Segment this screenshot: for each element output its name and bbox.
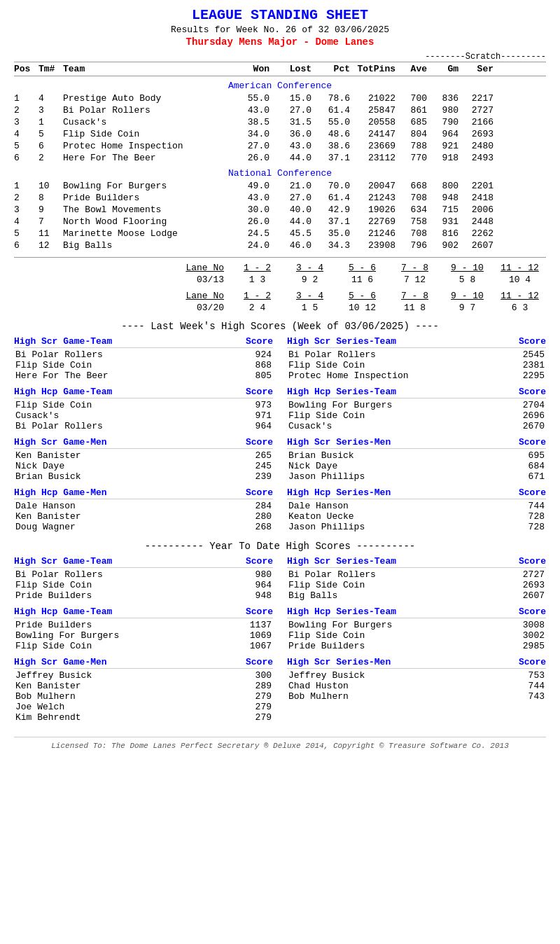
score-name: Flip Side Coin <box>288 410 510 421</box>
score-entry: Doug Wagner 268 <box>14 522 273 532</box>
score-value: 671 <box>510 471 545 482</box>
cell-ser: 2418 <box>458 193 493 203</box>
score-value: 3008 <box>510 620 545 630</box>
cell-ave: 708 <box>396 228 427 239</box>
cell-lost: 44.0 <box>270 153 312 163</box>
score-entry: Ken Banister 265 <box>14 450 273 461</box>
last-week-left: High Scr Game-Team Score Bi Polar Roller… <box>14 336 273 532</box>
lane-range-header: 9 - 10 <box>441 290 493 302</box>
score-name: Chad Huston <box>288 681 510 691</box>
cell-pct: 37.1 <box>312 216 350 227</box>
lane-header-row: Lane No1 - 23 - 45 - 67 - 89 - 1011 - 12 <box>14 262 546 274</box>
lane-table: Lane No1 - 23 - 45 - 67 - 89 - 1011 - 12… <box>14 262 546 286</box>
score-entry: Flip Side Coin 2696 <box>287 410 546 421</box>
score-name: Bowling For Burgers <box>288 400 510 410</box>
score-name: Bowling For Burgers <box>288 620 510 630</box>
cell-won: 27.0 <box>224 141 270 151</box>
lane-value: 10 4 <box>493 274 546 286</box>
cell-won: 43.0 <box>224 105 270 116</box>
cell-pos: 4 <box>14 129 38 139</box>
score-name: Jason Phillips <box>288 471 510 482</box>
score-value: 868 <box>237 360 272 370</box>
cell-won: 43.0 <box>224 193 270 203</box>
score-entry: Bi Polar Rollers 2545 <box>287 349 546 360</box>
lane-range-header: 7 - 8 <box>388 262 441 274</box>
cell-pct: 38.6 <box>312 141 350 151</box>
cell-won: 55.0 <box>224 93 270 104</box>
score-category-title: High Hcp Series-Team Score <box>287 387 546 398</box>
score-name: Brian Busick <box>15 471 237 482</box>
cell-ser: 2727 <box>458 105 493 116</box>
cell-lost: 46.0 <box>270 240 312 251</box>
cell-totpins: 20558 <box>350 117 396 127</box>
score-value: 2696 <box>510 410 545 421</box>
cell-pos: 6 <box>14 153 38 163</box>
score-entry: Flip Side Coin 3002 <box>287 630 546 641</box>
score-entry: Cusack's 971 <box>14 410 273 421</box>
cell-pct: 37.1 <box>312 153 350 163</box>
score-value: 265 <box>237 450 272 461</box>
cell-pct: 70.0 <box>312 181 350 191</box>
cell-tm: 1 <box>38 117 63 127</box>
col-header-totpins: TotPins <box>350 64 396 74</box>
score-value: 284 <box>237 501 272 511</box>
score-value: 2607 <box>510 590 545 601</box>
score-value: 279 <box>237 712 272 723</box>
score-value: 280 <box>237 511 272 522</box>
score-value: 2693 <box>510 580 545 590</box>
cell-gm: 715 <box>427 204 458 215</box>
score-column-label: Score <box>519 336 546 347</box>
cell-lost: 27.0 <box>270 193 312 203</box>
table-row: 1 4 Prestige Auto Body 55.0 15.0 78.6 21… <box>14 92 546 104</box>
score-name: Joe Welch <box>15 702 237 712</box>
cell-team: Cusack's <box>63 117 224 127</box>
cell-ser: 2201 <box>458 181 493 191</box>
cell-lost: 31.5 <box>270 117 312 127</box>
score-entry: Jeffrey Busick 753 <box>287 670 546 681</box>
score-name: Bi Polar Rollers <box>15 569 237 580</box>
score-entry: Flip Side Coin 2381 <box>287 360 546 370</box>
score-name: Protec Home Inspection <box>288 370 510 381</box>
cell-lost: 44.0 <box>270 216 312 227</box>
lane-range-header: 9 - 10 <box>441 262 493 274</box>
cell-totpins: 20047 <box>350 181 396 191</box>
cell-totpins: 21246 <box>350 228 396 239</box>
lw-hcp-game-team: High Hcp Game-Team Score Flip Side Coin … <box>14 387 273 431</box>
score-category-title: High Hcp Game-Men Score <box>14 487 273 499</box>
col-header-gm: Gm <box>427 64 458 74</box>
cell-team: Bi Polar Rollers <box>63 105 224 116</box>
cell-pos: 6 <box>14 240 38 251</box>
cell-ser: 2166 <box>458 117 493 127</box>
score-value: 964 <box>237 421 272 431</box>
lane-table: Lane No1 - 23 - 45 - 67 - 89 - 1011 - 12… <box>14 290 546 314</box>
category-label: High Hcp Series-Team <box>287 606 396 617</box>
lane-value: 11 8 <box>388 302 441 314</box>
cell-team: Pride Builders <box>63 193 224 203</box>
cell-pct: 48.6 <box>312 129 350 139</box>
cell-gm: 918 <box>427 153 458 163</box>
score-value: 268 <box>237 522 272 532</box>
score-name: Bi Polar Rollers <box>15 421 237 431</box>
score-column-label: Score <box>246 657 273 667</box>
score-column-label: Score <box>519 657 546 667</box>
cell-ser: 2480 <box>458 141 493 151</box>
score-name: Bi Polar Rollers <box>288 349 510 360</box>
cell-won: 34.0 <box>224 129 270 139</box>
category-label: High Scr Game-Team <box>14 336 112 347</box>
score-name: Flip Side Coin <box>288 580 510 590</box>
cell-gm: 931 <box>427 216 458 227</box>
lane-value: 2 4 <box>231 302 284 314</box>
score-value: 948 <box>237 590 272 601</box>
score-value: 973 <box>237 400 272 410</box>
cell-gm: 948 <box>427 193 458 203</box>
score-value: 279 <box>237 702 272 712</box>
score-value: 300 <box>237 670 272 681</box>
footer: Licensed To: The Dome Lanes Perfect Secr… <box>14 737 546 750</box>
cell-pos: 4 <box>14 216 38 227</box>
cell-totpins: 23112 <box>350 153 396 163</box>
score-entry: Bi Polar Rollers 2727 <box>287 569 546 580</box>
score-entry: Ken Banister 280 <box>14 511 273 522</box>
lane-range-header: 3 - 4 <box>284 262 336 274</box>
score-value: 980 <box>237 569 272 580</box>
score-value: 2381 <box>510 360 545 370</box>
